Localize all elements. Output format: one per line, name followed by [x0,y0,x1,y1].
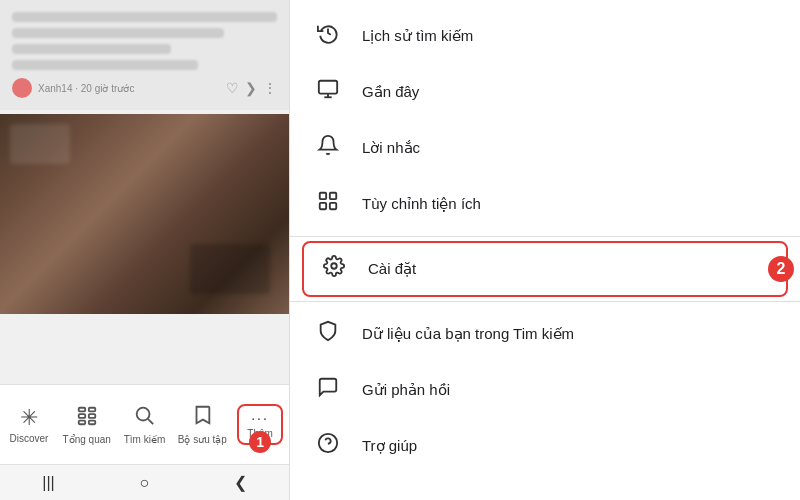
them-icon: ··· [251,410,269,426]
tro-giup-label: Trợ giúp [362,437,417,455]
post-text-line1 [12,12,277,22]
tuy-chinh-icon [314,190,342,218]
tong-quan-label: Tổng quan [63,434,111,445]
loi-nhac-icon [314,134,342,162]
tim-kiem-label: Tìm kiếm [124,434,166,445]
post-meta: Xanh14 · 20 giờ trước ♡ ❯ ⋮ [12,78,277,98]
du-lieu-label: Dữ liệu của bạn trong Tim kiếm [362,325,574,343]
svg-line-7 [149,419,154,424]
cai-dat-icon [320,255,348,283]
gui-phan-hoi-label: Gửi phản hồi [362,381,450,399]
lich-su-label: Lịch sử tìm kiếm [362,27,473,45]
nav-item-tim-kiem[interactable]: Tìm kiếm [116,404,174,445]
svg-rect-8 [319,81,337,94]
svg-rect-14 [330,203,336,209]
svg-rect-0 [78,407,84,411]
svg-point-6 [137,408,150,421]
du-lieu-icon [314,320,342,348]
svg-point-15 [331,263,337,269]
menu-item-gui-phan-hoi[interactable]: Gửi phản hồi [290,362,800,418]
history-icon [314,22,342,50]
nav-item-discover[interactable]: ✳ Discover [0,405,58,444]
right-panel: Lịch sử tìm kiếm Gần đây Lời nhắc [290,0,800,500]
tong-quan-icon [76,405,98,432]
img-detail2 [190,244,270,294]
svg-rect-12 [330,193,336,199]
tuy-chinh-label: Tùy chỉnh tiện ích [362,195,481,213]
loi-nhac-label: Lời nhắc [362,139,420,157]
gui-phan-hoi-icon [314,376,342,404]
menu-item-tuy-chinh[interactable]: Tùy chỉnh tiện ích [290,176,800,232]
bottom-navigation: ✳ Discover Tổng quan Tìm kiếm [0,384,289,464]
menu-list: Lịch sử tìm kiếm Gần đây Lời nhắc [290,0,800,482]
gan-day-label: Gần đây [362,83,419,101]
cai-dat-label: Cài đặt [368,260,416,278]
avatar [12,78,32,98]
post-author-time: Xanh14 · 20 giờ trước [38,83,220,94]
tim-kiem-icon [133,404,155,432]
svg-rect-5 [89,420,95,424]
system-bar: ||| ○ ❮ [0,464,289,500]
step1-badge: 1 [249,431,271,453]
share-icon[interactable]: ❯ [245,80,257,96]
svg-rect-2 [78,414,84,418]
post-area: Xanh14 · 20 giờ trước ♡ ❯ ⋮ [0,0,289,110]
left-panel: Xanh14 · 20 giờ trước ♡ ❯ ⋮ ✳ Discover [0,0,290,500]
post-text-line3 [12,44,171,54]
back-icon[interactable]: ❮ [234,473,247,492]
menu-item-loi-nhac[interactable]: Lời nhắc [290,120,800,176]
nav-item-them[interactable]: ··· Thêm 1 [231,404,289,445]
heart-icon[interactable]: ♡ [226,80,239,96]
more-icon[interactable]: ⋮ [263,80,277,96]
nav-item-bo-suu-tap[interactable]: Bộ sưu tập [173,404,231,445]
post-text-line4 [12,60,198,70]
discover-icon: ✳ [20,405,38,431]
article-image [0,114,289,314]
tro-giup-icon [314,432,342,460]
divider2 [290,301,800,302]
post-text-line2 [12,28,224,38]
svg-rect-11 [320,193,326,199]
step2-badge: 2 [768,256,794,282]
svg-rect-1 [89,407,95,411]
svg-rect-3 [89,414,95,418]
home-icon[interactable]: ○ [139,474,149,492]
content-area: Xanh14 · 20 giờ trước ♡ ❯ ⋮ [0,0,289,384]
menu-item-tro-giup[interactable]: Trợ giúp [290,418,800,474]
menu-item-cai-dat[interactable]: Cài đặt 2 [302,241,788,297]
discover-label: Discover [9,433,48,444]
recents-icon[interactable]: ||| [42,474,54,492]
svg-rect-13 [320,203,326,209]
menu-item-gan-day[interactable]: Gần đây [290,64,800,120]
menu-item-lich-su[interactable]: Lịch sử tìm kiếm [290,8,800,64]
img-detail1 [10,124,70,164]
bo-suu-tap-icon [191,404,213,432]
svg-rect-4 [78,420,84,424]
nav-item-tong-quan[interactable]: Tổng quan [58,405,116,445]
divider [290,236,800,237]
bo-suu-tap-label: Bộ sưu tập [178,434,227,445]
gan-day-icon [314,78,342,106]
menu-item-du-lieu[interactable]: Dữ liệu của bạn trong Tim kiếm [290,306,800,362]
